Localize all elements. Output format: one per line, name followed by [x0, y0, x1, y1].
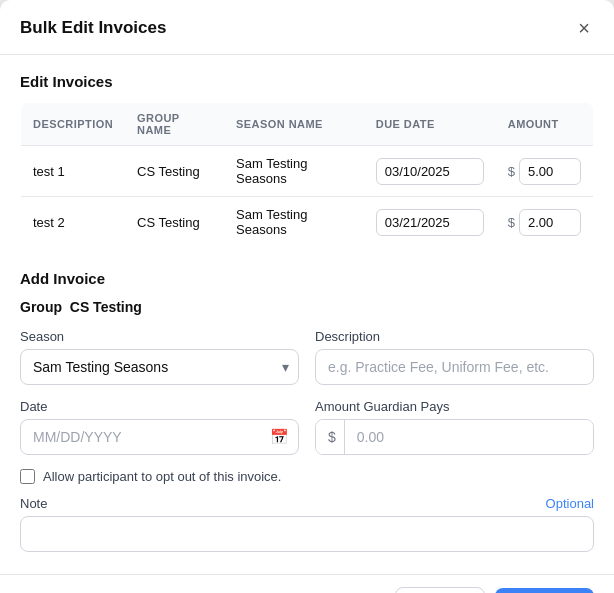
row-amount-input[interactable]: [519, 158, 581, 185]
cell-description: test 2: [21, 197, 126, 248]
amount-label: Amount Guardian Pays: [315, 399, 594, 414]
date-wrap: 📅: [20, 419, 299, 455]
currency-symbol: $: [316, 420, 345, 454]
edit-invoices-section: Edit Invoices DESCRIPTION GROUP NAME SEA…: [20, 73, 594, 248]
season-label: Season: [20, 329, 299, 344]
cell-amount: $: [496, 197, 594, 248]
date-input[interactable]: [20, 419, 299, 455]
cell-season-name: Sam Testing Seasons: [224, 146, 364, 197]
date-amount-row: Date 📅 Amount Guardian Pays $: [20, 399, 594, 455]
cell-season-name: Sam Testing Seasons: [224, 197, 364, 248]
edit-invoices-title: Edit Invoices: [20, 73, 594, 90]
modal-title: Bulk Edit Invoices: [20, 18, 166, 38]
group-label: Group: [20, 299, 62, 315]
cell-group-name: CS Testing: [125, 146, 224, 197]
description-input[interactable]: [315, 349, 594, 385]
description-label: Description: [315, 329, 594, 344]
cell-amount: $: [496, 146, 594, 197]
opt-out-checkbox[interactable]: [20, 469, 35, 484]
col-header-group-name: GROUP NAME: [125, 103, 224, 146]
row-amount-input[interactable]: [519, 209, 581, 236]
cancel-button[interactable]: Cancel: [395, 587, 485, 593]
table-row: test 1 CS Testing Sam Testing Seasons $: [21, 146, 594, 197]
col-header-description: DESCRIPTION: [21, 103, 126, 146]
season-group: Season Sam Testing Seasons ▾: [20, 329, 299, 385]
close-button[interactable]: ×: [574, 16, 594, 40]
bulk-edit-invoices-modal: Bulk Edit Invoices × Edit Invoices DESCR…: [0, 0, 614, 593]
note-row: Note Optional: [20, 496, 594, 511]
currency-symbol: $: [508, 164, 515, 179]
group-value: CS Testing: [70, 299, 142, 315]
note-label: Note: [20, 496, 47, 511]
submit-button[interactable]: Submit: [495, 588, 594, 593]
cell-group-name: CS Testing: [125, 197, 224, 248]
col-header-season-name: SEASON NAME: [224, 103, 364, 146]
note-input[interactable]: [20, 516, 594, 552]
season-select-wrap: Sam Testing Seasons ▾: [20, 349, 299, 385]
date-label: Date: [20, 399, 299, 414]
row-date-input[interactable]: [376, 209, 484, 236]
cell-due-date: [364, 197, 496, 248]
col-header-amount: AMOUNT: [496, 103, 594, 146]
description-group: Description: [315, 329, 594, 385]
col-header-due-date: DUE DATE: [364, 103, 496, 146]
invoices-table: DESCRIPTION GROUP NAME SEASON NAME DUE D…: [20, 102, 594, 248]
date-group: Date 📅: [20, 399, 299, 455]
add-invoice-section: Add Invoice Group CS Testing Season Sam …: [20, 270, 594, 552]
amount-input-wrap: $: [315, 419, 594, 455]
cell-due-date: [364, 146, 496, 197]
group-line: Group CS Testing: [20, 299, 594, 315]
season-select[interactable]: Sam Testing Seasons: [20, 349, 299, 385]
opt-out-label: Allow participant to opt out of this inv…: [43, 469, 281, 484]
table-row: test 2 CS Testing Sam Testing Seasons $: [21, 197, 594, 248]
currency-symbol: $: [508, 215, 515, 230]
add-invoice-title: Add Invoice: [20, 270, 594, 287]
opt-out-row: Allow participant to opt out of this inv…: [20, 469, 594, 484]
row-date-input[interactable]: [376, 158, 484, 185]
modal-footer: Cancel Submit: [0, 574, 614, 593]
modal-header: Bulk Edit Invoices ×: [0, 0, 614, 55]
amount-group: Amount Guardian Pays $: [315, 399, 594, 455]
modal-body: Edit Invoices DESCRIPTION GROUP NAME SEA…: [0, 55, 614, 566]
season-description-row: Season Sam Testing Seasons ▾ Description: [20, 329, 594, 385]
amount-input[interactable]: [345, 420, 593, 454]
cell-description: test 1: [21, 146, 126, 197]
optional-label: Optional: [546, 496, 594, 511]
